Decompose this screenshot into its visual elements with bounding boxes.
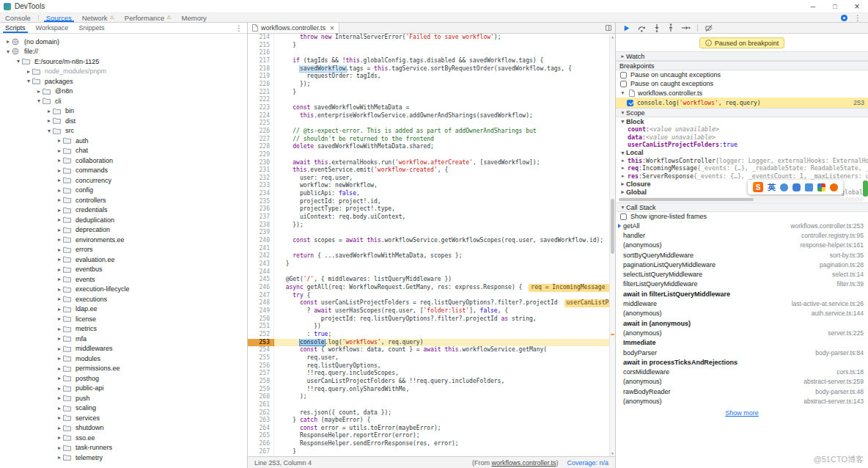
call-stack-frame[interactable]: paginationListQueryMiddlewarepagination.… (616, 260, 868, 269)
step-into-icon[interactable] (653, 23, 661, 32)
tree-item-controllers[interactable]: ▸controllers (0, 195, 247, 205)
line-number[interactable]: 226 (248, 128, 274, 136)
code-text[interactable]: !!req.query.includeScopes, (274, 370, 615, 378)
line-number[interactable]: 242 (248, 252, 274, 260)
code-text[interactable] (274, 49, 615, 57)
navigator-tab-snippets[interactable]: Snippets (73, 23, 109, 33)
code-text[interactable]: const scopes = await this.workflowServic… (274, 237, 615, 245)
line-number[interactable]: 249 (248, 307, 274, 315)
code-text[interactable]: throw new InternalServerError('Failed to… (274, 34, 615, 42)
tree-item-e-source-m-n8n-1125[interactable]: ▾E:/source/m-n8n-1125 (0, 56, 247, 67)
code-text[interactable]: }) (274, 323, 615, 331)
mic-icon[interactable] (792, 183, 801, 191)
line-number[interactable]: 220 (248, 81, 274, 89)
code-text[interactable]: projectId: req.listQueryOptions?.filter?… (274, 315, 615, 323)
call-stack-frame[interactable]: handlercontroller.registry.ts:95 (616, 230, 868, 240)
toolbox-icon[interactable] (817, 183, 825, 191)
code-text[interactable]: const savedWorkflowWithMetaData = (274, 104, 615, 112)
line-number[interactable]: 229 (248, 151, 274, 159)
code-text[interactable]: uiContext: req.body.uiContext, (274, 213, 615, 222)
code-text[interactable]: return { ...savedWorkflowWithMetaData, s… (274, 252, 615, 260)
tree-item-evaluation-ee[interactable]: ▸evaluation.ee (0, 255, 247, 265)
person-icon[interactable] (780, 183, 788, 191)
line-number[interactable]: 241 (248, 245, 274, 253)
line-number[interactable]: 251 (248, 323, 274, 331)
step-icon[interactable] (681, 24, 691, 32)
tree-item-chat[interactable]: ▸chat (0, 146, 247, 156)
code-text[interactable]: ? await userHasScopes(req.user, ['folder… (274, 307, 615, 315)
tree-item-eventbus[interactable]: ▸eventbus (0, 265, 247, 275)
code-text[interactable]: savedWorkflow.tags = this.tagService.sor… (274, 65, 615, 73)
tree-item-mfa[interactable]: ▸mfa (0, 334, 247, 344)
editor-views-icon[interactable] (606, 25, 611, 31)
panel-tab-console[interactable]: Console (0, 13, 36, 22)
line-number[interactable]: 260 (248, 393, 274, 401)
call-stack-frame[interactable]: sortByQueryMiddlewaresort-by.ts:35 (616, 250, 868, 260)
line-number[interactable]: 245 (248, 276, 274, 284)
line-number[interactable]: 255 (248, 354, 274, 362)
scope-section-local[interactable]: ▾Local (616, 149, 868, 157)
tree-item-node-modules-pnpm[interactable]: ▸node_modules/pnpm (0, 67, 247, 77)
notification-icon[interactable] (841, 15, 847, 21)
tree-item-push[interactable]: ▸push (0, 393, 247, 403)
code-text[interactable] (274, 151, 615, 159)
keyboard-icon[interactable] (805, 183, 813, 191)
minimize-button[interactable]: ─ (802, 0, 824, 12)
coverage-link[interactable]: Coverage: n/a (567, 459, 608, 467)
line-number[interactable]: 223 (248, 104, 274, 112)
tree-item-permissions-ee[interactable]: ▸permissions.ee (0, 364, 247, 374)
skin-icon[interactable] (830, 183, 838, 191)
scroll-down-icon[interactable]: ▼ (610, 450, 615, 456)
code-text[interactable]: const { workflows: data, count } = await… (274, 346, 615, 354)
code-text[interactable]: this.enterpriseWorkflowService.addOwnerA… (274, 112, 615, 120)
tree-item-dist[interactable]: ▸dist (0, 116, 247, 126)
code-text[interactable]: if (tagIds && !this.globalConfig.tags.di… (274, 57, 615, 65)
tree-item-executions[interactable]: ▸executions (0, 294, 247, 304)
checkbox-icon[interactable] (620, 81, 627, 87)
scope-variable-count[interactable]: count: <value unavailable> (616, 125, 868, 134)
editor-tab[interactable]: workflows.controller.ts × (248, 23, 339, 33)
code-text[interactable]: req.user, (274, 354, 615, 362)
tree-item-public-api[interactable]: ▸public-api (0, 384, 247, 394)
paused-line-number[interactable]: 253 (248, 339, 274, 347)
tree-item-config[interactable]: ▸config (0, 186, 247, 196)
tree-item-sso-ee[interactable]: ▸sso.ee (0, 433, 247, 443)
code-text[interactable]: } catch (maybeError) { (274, 417, 615, 425)
breakpoint-option-pause-on-caught-exceptions[interactable]: Pause on caught exceptions (616, 79, 868, 88)
call-stack-frame[interactable]: corsMiddlewarecors.ts:18 (616, 367, 868, 376)
code-text[interactable]: : true; (274, 331, 615, 339)
line-number[interactable]: 256 (248, 362, 274, 370)
tree-item-scaling[interactable]: ▸scaling (0, 403, 247, 414)
line-number[interactable]: 257 (248, 370, 274, 378)
tree-item-collaboration[interactable]: ▸collaboration (0, 156, 247, 166)
tree-item-task-runners[interactable]: ▸task-runners (0, 443, 247, 453)
code-text[interactable] (274, 229, 615, 237)
close-button[interactable]: × (846, 0, 868, 12)
call-stack-frame[interactable]: await in processTicksAndRejections (616, 357, 868, 367)
tree-item-bin[interactable]: ▸bin (0, 106, 247, 117)
navigator-tab-workspace[interactable]: Workspace (31, 23, 74, 33)
checkbox-icon[interactable] (620, 213, 627, 220)
tree-item-errors[interactable]: ▸errors (0, 245, 247, 255)
tree-item-auth[interactable]: ▸auth (0, 136, 247, 146)
call-stack-frame[interactable]: getAllworkflows.controller.ts:253 (616, 221, 868, 230)
code-text[interactable]: ResponseHelper.sendErrorResponse(res, er… (274, 440, 615, 448)
code-text[interactable]: projectId: project!.id, (274, 198, 615, 206)
panel-tab-sources[interactable]: Sources (41, 13, 77, 22)
line-number[interactable]: 224 (248, 112, 274, 120)
line-number[interactable]: 254 (248, 346, 274, 354)
code-text[interactable]: @Get('/', { middlewares: listQueryMiddle… (274, 276, 615, 284)
tree-item-events[interactable]: ▸events (0, 274, 247, 285)
call-stack-section-header[interactable]: ▾ Call Stack (616, 202, 868, 212)
call-stack-frame[interactable]: await in filterListQueryMiddleware (616, 289, 868, 299)
tree-item-deduplication[interactable]: ▸deduplication (0, 215, 247, 225)
line-number[interactable]: 216 (248, 49, 274, 57)
tree-item-deprecation[interactable]: ▸deprecation (0, 225, 247, 235)
maximize-button[interactable]: □ (824, 0, 846, 12)
more-options-icon[interactable]: ⋮ (854, 14, 861, 22)
line-number[interactable]: 261 (248, 401, 274, 409)
line-number[interactable]: 234 (248, 190, 274, 198)
call-stack-frame[interactable]: bodyParserbody-parser.ts:84 (616, 348, 868, 357)
step-out-icon[interactable] (667, 23, 674, 32)
line-number[interactable]: 215 (248, 42, 274, 50)
